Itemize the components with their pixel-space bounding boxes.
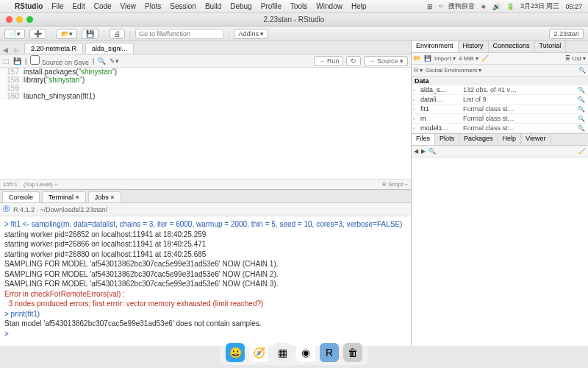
tab-packages[interactable]: Packages — [459, 134, 498, 145]
back-files-icon[interactable]: ◀ — [414, 148, 418, 155]
broom-files-icon[interactable]: 🧹 — [578, 148, 586, 155]
addins-button[interactable]: Addins ▾ — [234, 29, 268, 39]
env-value: Formal class st… — [463, 124, 578, 132]
tab-history[interactable]: History — [459, 41, 489, 52]
mem-usage[interactable]: 4 MiB ▾ — [459, 55, 478, 62]
new-project-button[interactable]: ➕ — [29, 29, 46, 39]
inspect-icon[interactable]: 🔍 — [578, 116, 587, 122]
bluetooth-icon[interactable]: ∗ — [481, 3, 487, 10]
inspect-icon[interactable]: 🔍 — [578, 87, 587, 93]
wand-icon[interactable]: ✎▾ — [110, 57, 119, 65]
console-line: SAMPLING FOR MODEL 'af543013862bc307cac5… — [4, 259, 406, 269]
tab-files[interactable]: Files — [412, 134, 435, 145]
print-button[interactable]: 🖨 — [110, 29, 125, 39]
dock-launchpad-icon[interactable]: ▦ — [273, 343, 292, 362]
load-icon[interactable]: 📂 — [414, 55, 421, 62]
expand-icon[interactable]: ◦ — [413, 116, 420, 122]
rerun-button[interactable]: ↻ — [346, 56, 361, 66]
new-file-button[interactable]: 📄▾ — [4, 29, 25, 39]
tab-jobs[interactable]: Jobs × — [88, 191, 121, 202]
console-line: Stan model 'af543013862bc307cac5e99e31ad… — [4, 319, 406, 329]
status-icon[interactable]: ⊞ — [427, 3, 433, 10]
menu-file[interactable]: File — [51, 2, 63, 10]
scope-label[interactable]: (Top Level) ÷ — [24, 181, 57, 188]
app-name[interactable]: RStudio — [15, 2, 43, 10]
tab-help[interactable]: Help — [498, 134, 522, 145]
dock-trash-icon[interactable]: 🗑 — [343, 343, 362, 362]
console-path[interactable]: R 4.1.2 · ~/Downloads/2.23stan/ — [13, 206, 107, 213]
env-row[interactable]: ◦mFormal class st…🔍 — [412, 114, 588, 124]
tab-console[interactable]: Console — [2, 191, 40, 202]
tab-tutorial[interactable]: Tutorial — [535, 41, 567, 52]
env-name: datali… — [420, 96, 463, 103]
env-row[interactable]: ◦model1…Formal class st…🔍 — [412, 124, 588, 133]
import-button[interactable]: Import ▾ — [434, 55, 456, 62]
window-titlebar: 2.23stan - RStudio — [0, 13, 588, 26]
inspect-icon[interactable]: 🔍 — [578, 96, 587, 103]
menubar-time[interactable]: 05:27 — [565, 3, 582, 10]
show-doc-icon[interactable]: ⬚ — [3, 57, 10, 65]
tab-environment[interactable]: Environment — [412, 41, 459, 52]
menu-build[interactable]: Build — [205, 2, 221, 10]
env-row[interactable]: ◦alda_s…132 obs. of 41 v…🔍 — [412, 85, 588, 95]
tab-connections[interactable]: Connections — [489, 41, 535, 52]
expand-icon[interactable]: ◦ — [413, 87, 420, 93]
menubar-date[interactable]: 3月23日 周三 — [520, 1, 560, 11]
tab-plots[interactable]: Plots — [435, 134, 459, 145]
save-env-icon[interactable]: 💾 — [424, 55, 431, 62]
filetype-label[interactable]: R Script ÷ — [382, 181, 408, 188]
broom-icon[interactable]: 🧹 — [481, 55, 489, 62]
expand-icon[interactable]: ◦ — [413, 96, 420, 103]
menu-tools[interactable]: Tools — [290, 2, 307, 10]
dock-safari-icon[interactable]: 🧭 — [249, 343, 268, 362]
tab-netmeta[interactable]: 2.20-netmeta.R — [24, 43, 83, 54]
source-on-save-checkbox[interactable]: Source on Save — [30, 55, 89, 66]
zoom-files-icon[interactable]: 🔍 — [429, 148, 436, 155]
env-row[interactable]: ◦datali…List of 9🔍 — [412, 95, 588, 105]
tab-alda[interactable]: alda_signi... — [85, 43, 134, 54]
inspect-icon[interactable]: 🔍 — [578, 125, 587, 132]
menu-plots[interactable]: Plots — [145, 2, 161, 10]
console-output[interactable]: > fit1 <- sampling(m, data=datalist, cha… — [0, 216, 411, 346]
scope-r[interactable]: R ▾ — [414, 67, 423, 74]
battery-icon[interactable]: 🔋 — [506, 3, 514, 10]
back-icon[interactable]: ◀ — [0, 46, 11, 54]
env-section-data: Data — [412, 77, 588, 85]
env-row[interactable]: ◦fit1Formal class st…🔍 — [412, 105, 588, 114]
save-button[interactable]: 💾 — [82, 29, 98, 39]
save-file-icon[interactable]: 💾 — [13, 57, 21, 65]
r-logo-icon: Ⓡ — [3, 205, 10, 214]
tab-viewer[interactable]: Viewer — [521, 134, 551, 145]
menu-code[interactable]: Code — [94, 2, 112, 10]
forward-files-icon[interactable]: ▶ — [421, 148, 426, 155]
dock-rstudio-icon[interactable]: R — [320, 343, 339, 362]
dock-chrome-icon[interactable]: ◉ — [296, 343, 315, 362]
dock-finder-icon[interactable]: 😀 — [226, 343, 245, 362]
tab-terminal[interactable]: Terminal × — [42, 191, 86, 202]
list-view-button[interactable]: ≣ List ▾ — [565, 55, 586, 62]
source-button[interactable]: → Source ▾ — [364, 56, 408, 66]
open-button[interactable]: 📂▾ — [57, 29, 77, 39]
search-env-icon[interactable]: 🔍 — [578, 67, 586, 74]
wifi-icon[interactable]: ⌔ — [439, 3, 442, 10]
menu-help[interactable]: Help — [351, 2, 367, 10]
menu-window[interactable]: Window — [316, 2, 343, 10]
expand-icon[interactable]: ◦ — [413, 125, 420, 132]
volume-icon[interactable]: 🔊 — [492, 3, 501, 10]
project-menu[interactable]: 2.23stan — [549, 29, 584, 39]
menu-debug[interactable]: Debug — [230, 2, 251, 10]
menu-edit[interactable]: Edit — [72, 2, 85, 10]
menu-profile[interactable]: Profile — [261, 2, 282, 10]
forward-icon[interactable]: ▶ — [11, 46, 22, 54]
expand-icon[interactable]: ◦ — [413, 106, 420, 113]
goto-input[interactable] — [135, 29, 223, 39]
globalenv-select[interactable]: Global Environment ▾ — [426, 67, 481, 74]
run-button[interactable]: → Run — [314, 56, 343, 66]
source-editor[interactable]: 157install.packages("shinystan") 158libr… — [0, 68, 411, 179]
menu-view[interactable]: View — [121, 2, 137, 10]
ime-label[interactable]: 搜狗拼音 — [448, 1, 475, 11]
console-pathbar: Ⓡ R 4.1.2 · ~/Downloads/2.23stan/ — [0, 203, 411, 216]
menu-session[interactable]: Session — [170, 2, 196, 10]
inspect-icon[interactable]: 🔍 — [578, 106, 587, 113]
find-icon[interactable]: 🔍 — [98, 57, 106, 65]
